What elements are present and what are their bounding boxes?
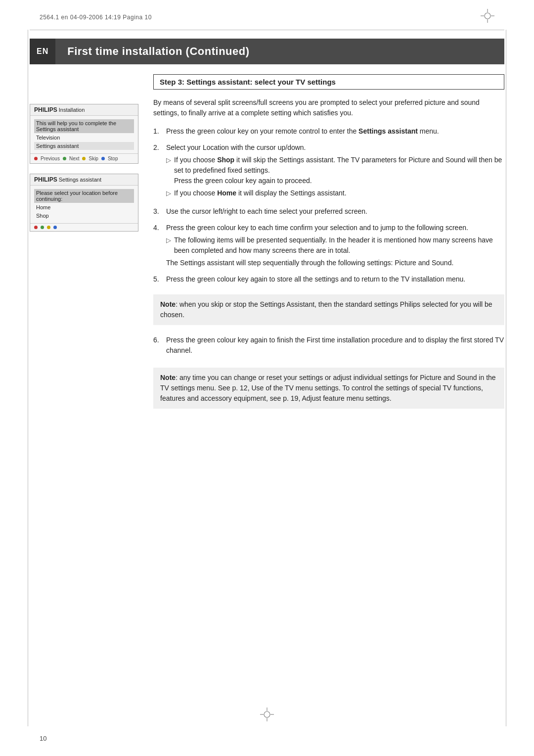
step-4-sub-1-text: The following items will be presented se…: [174, 235, 504, 256]
tv-screen-1-footer: Previous Next Skip Stop: [30, 153, 138, 163]
step-3: 3. Use the cursor left/right to each tim…: [153, 206, 504, 217]
main-content: PHILIPS Installation This will help you …: [30, 74, 504, 726]
arrow-icon-3: ▷: [166, 236, 171, 245]
intro-text: By means of several split screens/full s…: [153, 97, 504, 118]
tv-brand-2: PHILIPS: [34, 176, 57, 183]
step-5: 5. Press the green colour key again to s…: [153, 274, 504, 284]
tv-screen-1-header: PHILIPS Installation: [30, 104, 138, 116]
tv-screen-2: PHILIPS Settings assistant Please select…: [30, 174, 138, 232]
step-2-sub-1: ▷ If you choose Shop it will skip the Se…: [166, 155, 504, 186]
tv-brand-suffix-2: Settings assistant: [59, 177, 101, 183]
note-label-2: Note: [160, 374, 176, 381]
tv-screen-2-header: PHILIPS Settings assistant: [30, 174, 138, 186]
en-badge: EN: [30, 39, 55, 64]
step-heading: Step 3: Settings assistant: select your …: [153, 74, 504, 90]
step-1-text: Press the green colour key on your remot…: [166, 126, 504, 137]
footer-label-skip: Skip: [89, 156, 98, 161]
green-dot-icon-1: [63, 157, 66, 160]
page-title: First time installation (Continued): [67, 45, 249, 58]
tv-row-1-1: This will help you to complete the Setti…: [34, 119, 134, 133]
footer-label-next: Next: [69, 156, 80, 161]
tv-screen-2-body: Please select your location before conti…: [30, 186, 138, 223]
svg-point-0: [485, 13, 490, 19]
step-6-text: Press the green colour key again to fini…: [166, 335, 504, 356]
step-4-num: 4.: [153, 223, 162, 233]
left-column: PHILIPS Installation This will help you …: [30, 74, 138, 726]
tv-row-2-shop: Shop: [34, 212, 134, 220]
svg-point-5: [264, 711, 270, 717]
note-box-1: Note: when you skip or stop the Settings…: [153, 294, 504, 325]
green-dot-icon-2: [41, 226, 44, 229]
tv-screen-2-footer: [30, 223, 138, 231]
tv-row-2-home: Home: [34, 203, 134, 211]
step-2-sub: ▷ If you choose Shop it will skip the Se…: [166, 155, 504, 198]
tv-row-1-2: Television: [34, 134, 134, 142]
left-rule: [28, 30, 28, 726]
top-rule: [30, 30, 504, 30]
tv-row-1-3: Settings assistant: [34, 142, 134, 150]
step-2-sub-2-text: If you choose Home it will display the S…: [174, 188, 347, 198]
red-dot-icon-2: [34, 226, 38, 229]
footer-label-stop: Stop: [108, 156, 118, 161]
tv-brand-suffix-1: Installation: [59, 107, 85, 113]
note-box-2: Note: any time you can change or reset y…: [153, 368, 504, 409]
steps-list-2: 6. Press the green colour key again to f…: [153, 335, 504, 362]
crosshair-top-icon: [481, 9, 494, 23]
note-text-2: : any time you can change or reset your …: [160, 374, 496, 402]
tv-row-2-1: Please select your location before conti…: [34, 189, 134, 203]
step-3-text: Use the cursor left/right to each time s…: [166, 206, 504, 217]
step-4-sub-1: ▷ The following items will be presented …: [166, 235, 504, 256]
step-2-sub-2: ▷ If you choose Home it will display the…: [166, 188, 504, 198]
meta-line: 2564.1 en 04-09-2006 14:19 Pagina 10: [40, 14, 152, 21]
tv-brand-1: PHILIPS: [34, 106, 57, 113]
step-4-text: Press the green colour key to each time …: [166, 223, 504, 268]
arrow-icon-1: ▷: [166, 155, 171, 165]
right-rule: [506, 30, 506, 726]
red-dot-icon-1: [34, 157, 38, 160]
crosshair-bottom-icon: [260, 708, 274, 721]
step-1: 1. Press the green colour key on your re…: [153, 126, 504, 137]
yellow-dot-icon-1: [82, 157, 86, 160]
step-6: 6. Press the green colour key again to f…: [153, 335, 504, 356]
step-2-num: 2.: [153, 142, 162, 153]
step-2-sub-1-text: If you choose Shop it will skip the Sett…: [174, 155, 504, 186]
blue-dot-icon-2: [53, 226, 57, 229]
en-banner: EN First time installation (Continued): [30, 39, 504, 64]
step-5-num: 5.: [153, 274, 162, 284]
step-1-num: 1.: [153, 126, 162, 137]
step-2-text: Select your Location with the cursor up/…: [166, 142, 504, 200]
step-6-num: 6.: [153, 335, 162, 345]
step-2: 2. Select your Location with the cursor …: [153, 142, 504, 200]
blue-dot-icon-1: [101, 157, 105, 160]
step-3-num: 3.: [153, 206, 162, 217]
steps-list: 1. Press the green colour key on your re…: [153, 126, 504, 290]
footer-label-prev: Previous: [41, 156, 60, 161]
right-column: Step 3: Settings assistant: select your …: [153, 74, 504, 726]
step-5-text: Press the green colour key again to stor…: [166, 274, 504, 284]
arrow-icon-2: ▷: [166, 189, 171, 198]
yellow-dot-icon-2: [47, 226, 50, 229]
step-4-sub: ▷ The following items will be presented …: [166, 235, 504, 256]
note-text-1: : when you skip or stop the Settings Ass…: [160, 300, 492, 319]
tv-screen-1: PHILIPS Installation This will help you …: [30, 104, 138, 164]
tv-screen-1-body: This will help you to complete the Setti…: [30, 116, 138, 153]
step-4: 4. Press the green colour key to each ti…: [153, 223, 504, 268]
note-label-1: Note: [160, 300, 176, 308]
page-number: 10: [40, 735, 46, 742]
